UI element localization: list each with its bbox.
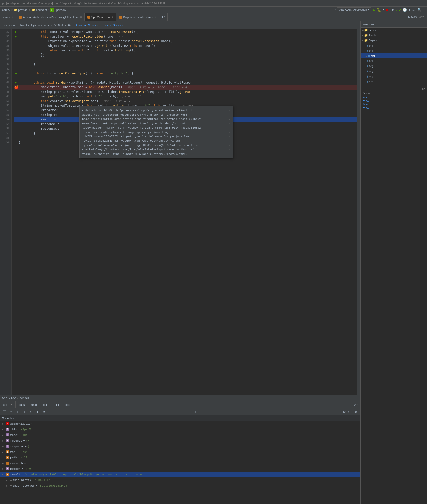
tab-close-1[interactable]: ×: [12, 16, 13, 18]
edit-icon-5[interactable]: ✏: [229, 126, 230, 130]
edit-icon-3[interactable]: ✏: [229, 117, 230, 121]
var-expand-result: ▶: [2, 473, 6, 476]
download-sources-link[interactable]: Download Sources: [75, 24, 98, 27]
breadcrumb-provider[interactable]: provider: [18, 8, 28, 12]
tab-overflow[interactable]: ≡7: [159, 13, 168, 21]
tree-item-lifecycle[interactable]: ▶ 📁 Lifecy: [361, 28, 427, 33]
edit-icon-10[interactable]: ✏: [229, 147, 230, 152]
tree-item-org6[interactable]: ▦ org: [361, 69, 427, 74]
var-this[interactable]: ▶ P this = {SpelV: [0, 426, 360, 432]
debug-tab-tails[interactable]: tails: [40, 401, 52, 408]
debug-btn-up[interactable]: ↑: [8, 409, 14, 415]
debug-tab-gist[interactable]: gist: [51, 401, 62, 408]
back-icon[interactable]: ↩: [334, 8, 336, 12]
run-icon[interactable]: ▶: [373, 8, 375, 12]
settings-icon[interactable]: 🔍: [417, 8, 421, 12]
tooltip-line-1: <html><body><h1>OAuth Approval</h1><p>Do…: [82, 108, 230, 113]
debug-gear-icon[interactable]: ⚙: [353, 409, 359, 415]
var-this-prefix[interactable]: ▶ ∞ this.prefix = "DBnDTT{": [0, 477, 360, 483]
debug-filter-icon[interactable]: ⊞: [192, 409, 198, 415]
var-eq-this: =: [18, 428, 20, 431]
git-upload[interactable]: ⬆: [408, 8, 410, 12]
git-clock[interactable]: 🕐: [403, 8, 407, 12]
terminal-icon[interactable]: □: [423, 8, 425, 12]
debug-btn-arrow-up[interactable]: ⬆: [28, 409, 34, 415]
right-view-link1[interactable]: aded. L: [363, 96, 425, 99]
edit-icon-8[interactable]: ✏: [229, 139, 230, 143]
run-config-dropdown[interactable]: AlanOAuthApplication ▾: [337, 7, 371, 12]
tab-abstract-auth[interactable]: AbstractAuthenticationProcessingFilter.c…: [16, 13, 84, 21]
debug-btn-list[interactable]: ≡: [41, 409, 47, 415]
var-authorization[interactable]: ▶ ! authorization: [0, 421, 360, 426]
debug-settings-icon[interactable]: ⚙: [354, 403, 356, 407]
var-this-resolver[interactable]: ▶ ∞ this.resolver = {SpelView$1@7242}: [0, 483, 360, 488]
edit-icon-4[interactable]: ✏: [229, 121, 230, 126]
var-request[interactable]: ▶ P request = {H: [0, 438, 360, 443]
tab-close-3[interactable]: ×: [112, 16, 114, 18]
tooltip-text-9: type='radio' name='scope.java.lang.UNIXP…: [82, 143, 228, 147]
debug-tab-ques[interactable]: ques: [16, 401, 28, 408]
tree-item-org1[interactable]: ▦ org: [361, 43, 427, 48]
tooltip-text-3: name='confirmationForm' action='/oauth/a…: [82, 117, 228, 121]
edit-icon-6[interactable]: ✏: [229, 130, 230, 134]
debug-refresh-icon[interactable]: ↻: [347, 409, 352, 415]
edit-icon-2[interactable]: ✏: [229, 113, 230, 117]
code-text-42: public String getContentType() { return …: [19, 71, 133, 76]
tooltip-text-5: type='hidden' name='_csrf' value='f9f9c8…: [82, 126, 228, 130]
debug-btn-menu[interactable]: ☰: [2, 409, 7, 415]
right-refresh-btn[interactable]: ↻ Cou: [363, 91, 425, 95]
breadcrumb-oauth2[interactable]: oauth2: [2, 8, 11, 12]
choose-sources-link[interactable]: Choose Sources...: [102, 24, 126, 27]
var-response[interactable]: ▶ P response = {: [0, 443, 360, 449]
code-text-57: }: [19, 131, 35, 136]
var-path[interactable]: ≡ path = null: [0, 455, 360, 460]
breadcrumb-endpoint[interactable]: endpoint: [36, 8, 47, 12]
git-check1[interactable]: ✔: [395, 8, 397, 12]
debug-minimize-icon[interactable]: −: [357, 403, 358, 407]
debug-btn-down[interactable]: ↓: [15, 409, 20, 415]
edit-icon-9[interactable]: ✏: [229, 143, 230, 147]
debug-tab-ation-close[interactable]: ×: [11, 403, 12, 406]
tree-item-org7[interactable]: ▦ org: [361, 74, 427, 79]
right-view-link4[interactable]: View: [363, 106, 425, 109]
tree-item-org2[interactable]: ▦ org: [361, 48, 427, 53]
breadcrumb-spelview[interactable]: SpelView: [55, 8, 66, 12]
tree-item-plugins[interactable]: ▶ 📁 Plugin: [361, 33, 427, 38]
breadcrumb-sep3: ▶: [48, 8, 49, 12]
tab-maven[interactable]: Maven Ant: [405, 15, 427, 19]
git-branch[interactable]: ⎇: [412, 8, 416, 12]
tab-close-4[interactable]: ×: [155, 16, 156, 18]
var-model[interactable]: ▶ P model = {Mo: [0, 432, 360, 438]
debug-tab-ation[interactable]: ation ×: [0, 401, 16, 408]
var-result[interactable]: ▶ ≡ result = "<html><body><h1>OAuth Appr…: [0, 472, 360, 477]
tree-item-my[interactable]: ▦ my: [361, 79, 427, 84]
scrollbar[interactable]: [357, 29, 360, 395]
right-view-link2[interactable]: View: [363, 99, 425, 102]
tree-item-dependencies[interactable]: ▶ 📁 Depen: [361, 38, 427, 43]
tree-item-org3[interactable]: ▶ ▦ org: [361, 53, 427, 58]
tab-class[interactable]: .class ×: [0, 13, 16, 21]
tree-item-org4[interactable]: ▦ org: [361, 58, 427, 63]
debug-btn-add[interactable]: +: [22, 409, 27, 415]
edit-icon-1[interactable]: ✏: [229, 108, 230, 113]
tab-spelview[interactable]: SpelView.class ×: [85, 13, 116, 21]
right-panel-close[interactable]: ×: [423, 23, 425, 26]
tree-item-org5[interactable]: ▦ org: [361, 63, 427, 69]
right-view-link3[interactable]: View: [363, 103, 425, 106]
debug-icon[interactable]: 🐛: [377, 8, 381, 12]
stop-icon[interactable]: ■: [386, 8, 388, 12]
code-content[interactable]: ▶ this.contextValuePropertyAccessor(new …: [12, 29, 357, 395]
var-expand-auth: ▶: [2, 422, 6, 425]
var-maskedtemp[interactable]: ▶ ≡ maskedTemp: [0, 460, 360, 466]
coverage-icon[interactable]: ☂: [382, 8, 385, 12]
debug-tab-gist2[interactable]: gist: [62, 401, 73, 408]
tab-close-2[interactable]: ×: [80, 16, 82, 18]
var-name-helper: helper: [10, 467, 20, 470]
git-check2[interactable]: ✔: [399, 8, 401, 12]
var-helper[interactable]: ▶ P helper = {Pro: [0, 466, 360, 472]
debug-tab-read[interactable]: read: [28, 401, 40, 408]
edit-icon-7[interactable]: ✏: [229, 134, 230, 139]
tab-dispatcher[interactable]: DispatcherServlet.class ×: [116, 13, 159, 21]
var-map[interactable]: ▶ ≡ map = {Hash: [0, 449, 360, 455]
debug-btn-arrow-down[interactable]: ⬇: [35, 409, 40, 415]
